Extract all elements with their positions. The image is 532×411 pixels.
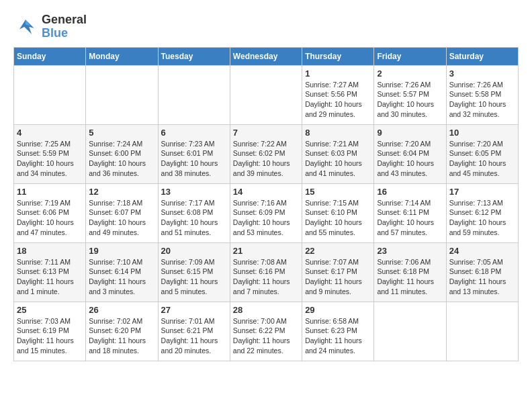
day-info: Sunrise: 7:08 AM Sunset: 6:16 PM Dayligh… [233, 257, 299, 297]
calendar-cell [86, 65, 158, 124]
weekday-header: Thursday [302, 47, 374, 65]
calendar-cell [158, 65, 230, 124]
day-info: Sunrise: 7:25 AM Sunset: 5:59 PM Dayligh… [17, 139, 83, 179]
day-number: 5 [89, 128, 154, 138]
day-info: Sunrise: 7:21 AM Sunset: 6:03 PM Dayligh… [305, 139, 371, 179]
day-number: 9 [377, 128, 443, 138]
calendar-cell: 17Sunrise: 7:13 AM Sunset: 6:12 PM Dayli… [446, 183, 518, 242]
day-number: 13 [161, 187, 227, 197]
page-header: General Blue [13, 13, 519, 40]
weekday-header: Sunday [14, 47, 86, 65]
day-info: Sunrise: 7:05 AM Sunset: 6:18 PM Dayligh… [449, 257, 515, 297]
calendar-cell: 13Sunrise: 7:17 AM Sunset: 6:08 PM Dayli… [158, 183, 230, 242]
day-info: Sunrise: 7:11 AM Sunset: 6:13 PM Dayligh… [17, 257, 83, 297]
calendar-cell: 14Sunrise: 7:16 AM Sunset: 6:09 PM Dayli… [230, 183, 302, 242]
day-number: 27 [161, 305, 227, 315]
calendar-cell: 2Sunrise: 7:26 AM Sunset: 5:57 PM Daylig… [374, 65, 446, 124]
day-number: 6 [161, 128, 227, 138]
weekday-header: Saturday [446, 47, 518, 65]
calendar-cell: 28Sunrise: 7:00 AM Sunset: 6:22 PM Dayli… [230, 302, 302, 361]
day-info: Sunrise: 7:17 AM Sunset: 6:08 PM Dayligh… [161, 198, 227, 238]
day-number: 23 [377, 246, 443, 256]
day-info: Sunrise: 7:19 AM Sunset: 6:06 PM Dayligh… [17, 198, 83, 238]
day-number: 1 [305, 68, 371, 79]
calendar-cell: 4Sunrise: 7:25 AM Sunset: 5:59 PM Daylig… [14, 124, 86, 183]
day-number: 29 [305, 305, 371, 315]
day-number: 12 [89, 187, 154, 197]
day-number: 25 [17, 305, 83, 315]
day-number: 10 [449, 128, 515, 138]
calendar-cell [14, 65, 86, 124]
day-info: Sunrise: 7:16 AM Sunset: 6:09 PM Dayligh… [233, 198, 299, 238]
day-info: Sunrise: 7:26 AM Sunset: 5:57 PM Dayligh… [377, 80, 443, 120]
calendar-table: SundayMondayTuesdayWednesdayThursdayFrid… [13, 47, 519, 361]
day-info: Sunrise: 7:07 AM Sunset: 6:17 PM Dayligh… [305, 257, 371, 297]
day-number: 24 [449, 246, 515, 256]
day-number: 28 [233, 305, 299, 315]
calendar-cell: 7Sunrise: 7:22 AM Sunset: 6:02 PM Daylig… [230, 124, 302, 183]
calendar-week-row: 11Sunrise: 7:19 AM Sunset: 6:06 PM Dayli… [14, 183, 519, 242]
day-info: Sunrise: 7:10 AM Sunset: 6:14 PM Dayligh… [89, 257, 154, 297]
day-info: Sunrise: 7:01 AM Sunset: 6:21 PM Dayligh… [161, 316, 227, 356]
calendar-cell: 21Sunrise: 7:08 AM Sunset: 6:16 PM Dayli… [230, 242, 302, 302]
day-info: Sunrise: 7:27 AM Sunset: 5:56 PM Dayligh… [305, 80, 371, 120]
calendar-cell: 11Sunrise: 7:19 AM Sunset: 6:06 PM Dayli… [14, 183, 86, 242]
calendar-cell: 3Sunrise: 7:26 AM Sunset: 5:58 PM Daylig… [446, 65, 518, 124]
day-info: Sunrise: 7:02 AM Sunset: 6:20 PM Dayligh… [89, 316, 154, 356]
calendar-week-row: 4Sunrise: 7:25 AM Sunset: 5:59 PM Daylig… [14, 124, 519, 183]
day-info: Sunrise: 7:22 AM Sunset: 6:02 PM Dayligh… [233, 139, 299, 179]
day-number: 17 [449, 187, 515, 197]
day-number: 18 [17, 246, 83, 256]
day-info: Sunrise: 7:13 AM Sunset: 6:12 PM Dayligh… [449, 198, 515, 238]
day-number: 16 [377, 187, 443, 197]
day-number: 19 [89, 246, 154, 256]
day-number: 15 [305, 187, 371, 197]
calendar-cell: 5Sunrise: 7:24 AM Sunset: 6:00 PM Daylig… [86, 124, 158, 183]
day-number: 4 [17, 128, 83, 138]
calendar-cell: 8Sunrise: 7:21 AM Sunset: 6:03 PM Daylig… [302, 124, 374, 183]
weekday-header: Tuesday [158, 47, 230, 65]
calendar-week-row: 25Sunrise: 7:03 AM Sunset: 6:19 PM Dayli… [14, 302, 519, 361]
day-info: Sunrise: 7:26 AM Sunset: 5:58 PM Dayligh… [449, 80, 515, 120]
day-info: Sunrise: 7:09 AM Sunset: 6:15 PM Dayligh… [161, 257, 227, 297]
day-info: Sunrise: 7:00 AM Sunset: 6:22 PM Dayligh… [233, 316, 299, 356]
calendar-cell: 16Sunrise: 7:14 AM Sunset: 6:11 PM Dayli… [374, 183, 446, 242]
day-number: 11 [17, 187, 83, 197]
day-info: Sunrise: 7:18 AM Sunset: 6:07 PM Dayligh… [89, 198, 154, 238]
day-info: Sunrise: 7:15 AM Sunset: 6:10 PM Dayligh… [305, 198, 371, 238]
day-info: Sunrise: 7:06 AM Sunset: 6:18 PM Dayligh… [377, 257, 443, 297]
logo-icon [13, 15, 38, 39]
day-number: 2 [377, 68, 443, 79]
day-number: 22 [305, 246, 371, 256]
day-number: 7 [233, 128, 299, 138]
calendar-cell: 24Sunrise: 7:05 AM Sunset: 6:18 PM Dayli… [446, 242, 518, 302]
weekday-header: Wednesday [230, 47, 302, 65]
calendar-cell: 26Sunrise: 7:02 AM Sunset: 6:20 PM Dayli… [86, 302, 158, 361]
calendar-cell [230, 65, 302, 124]
day-number: 21 [233, 246, 299, 256]
day-number: 3 [449, 68, 515, 79]
calendar-cell: 22Sunrise: 7:07 AM Sunset: 6:17 PM Dayli… [302, 242, 374, 302]
calendar-cell: 10Sunrise: 7:20 AM Sunset: 6:05 PM Dayli… [446, 124, 518, 183]
logo: General Blue [13, 13, 87, 40]
logo-text: General Blue [42, 13, 87, 40]
calendar-cell: 9Sunrise: 7:20 AM Sunset: 6:04 PM Daylig… [374, 124, 446, 183]
day-info: Sunrise: 7:20 AM Sunset: 6:05 PM Dayligh… [449, 139, 515, 179]
calendar-cell: 12Sunrise: 7:18 AM Sunset: 6:07 PM Dayli… [86, 183, 158, 242]
day-info: Sunrise: 7:03 AM Sunset: 6:19 PM Dayligh… [17, 316, 83, 356]
calendar-header-row: SundayMondayTuesdayWednesdayThursdayFrid… [14, 47, 519, 65]
weekday-header: Monday [86, 47, 158, 65]
calendar-cell: 19Sunrise: 7:10 AM Sunset: 6:14 PM Dayli… [86, 242, 158, 302]
day-info: Sunrise: 6:58 AM Sunset: 6:23 PM Dayligh… [305, 316, 371, 356]
day-info: Sunrise: 7:23 AM Sunset: 6:01 PM Dayligh… [161, 139, 227, 179]
calendar-week-row: 1Sunrise: 7:27 AM Sunset: 5:56 PM Daylig… [14, 65, 519, 124]
calendar-cell: 15Sunrise: 7:15 AM Sunset: 6:10 PM Dayli… [302, 183, 374, 242]
day-number: 20 [161, 246, 227, 256]
day-number: 8 [305, 128, 371, 138]
calendar-cell [446, 302, 518, 361]
calendar-cell: 1Sunrise: 7:27 AM Sunset: 5:56 PM Daylig… [302, 65, 374, 124]
calendar-cell: 25Sunrise: 7:03 AM Sunset: 6:19 PM Dayli… [14, 302, 86, 361]
calendar-cell [374, 302, 446, 361]
calendar-cell: 20Sunrise: 7:09 AM Sunset: 6:15 PM Dayli… [158, 242, 230, 302]
day-number: 26 [89, 305, 154, 315]
